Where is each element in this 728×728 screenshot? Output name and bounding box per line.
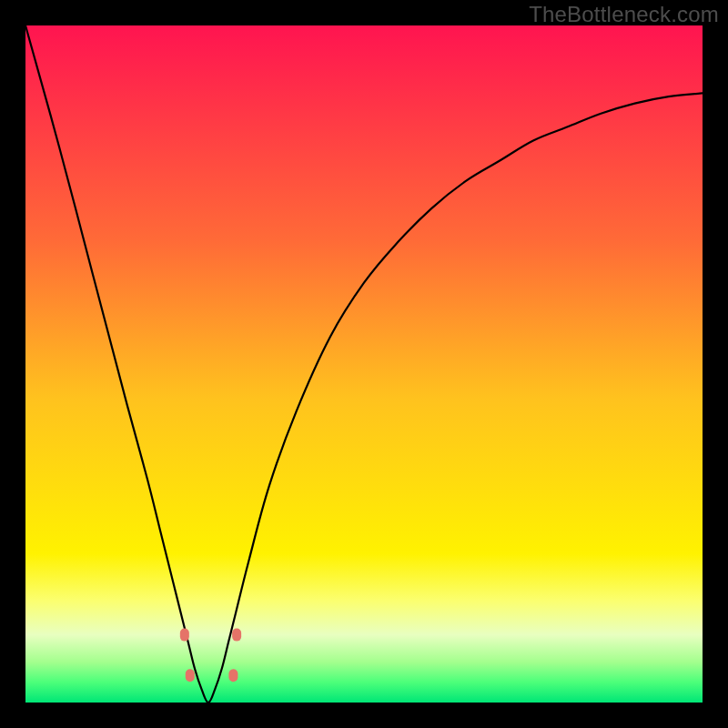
curve-marker xyxy=(180,629,189,642)
curve-marker xyxy=(228,669,238,682)
bottleneck-chart xyxy=(25,25,703,703)
plot-area xyxy=(25,25,703,703)
gradient-background xyxy=(25,25,703,703)
watermark-text: TheBottleneck.com xyxy=(529,2,719,27)
curve-marker xyxy=(232,629,241,642)
curve-marker xyxy=(186,669,195,682)
chart-frame: TheBottleneck.com xyxy=(0,0,728,728)
